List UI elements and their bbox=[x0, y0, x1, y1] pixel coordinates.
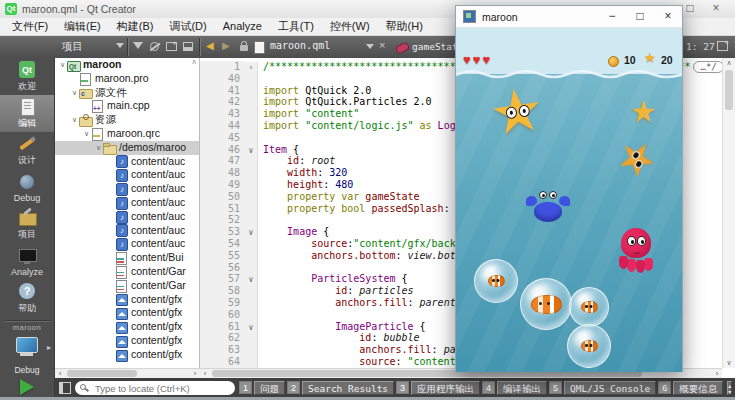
scroll-right-icon[interactable]: › bbox=[190, 369, 200, 378]
chevron-down-icon[interactable] bbox=[116, 43, 124, 48]
menu-item[interactable]: 编辑(E) bbox=[56, 18, 109, 35]
tree-row[interactable]: maroon.pro bbox=[55, 72, 199, 86]
tree-row[interactable]: content/auc bbox=[55, 224, 199, 238]
star-sprite[interactable] bbox=[630, 96, 657, 128]
lock-icon bbox=[240, 45, 248, 51]
tree-row[interactable]: ∨maroon bbox=[55, 58, 199, 72]
output-pane-spinner[interactable]: ▴▾ bbox=[727, 381, 732, 395]
tree-row[interactable]: content/gfx bbox=[55, 334, 199, 348]
scroll-thumb[interactable] bbox=[725, 70, 733, 110]
open-document-combo[interactable]: maroon.qml bbox=[270, 40, 330, 51]
tree-row[interactable]: ∨源文件 bbox=[55, 86, 199, 100]
line-number: 44 bbox=[200, 120, 245, 132]
filter-icon[interactable] bbox=[133, 42, 143, 49]
tree-row[interactable]: main.cpp bbox=[55, 99, 199, 113]
locator[interactable] bbox=[75, 381, 235, 395]
bubble[interactable] bbox=[474, 259, 518, 303]
tree-row[interactable]: content/auc bbox=[55, 155, 199, 169]
expander-icon[interactable]: ∨ bbox=[94, 141, 103, 155]
mode-help[interactable]: 帮助 bbox=[0, 280, 54, 317]
folded-block-placeholder[interactable]: …*/ bbox=[693, 61, 722, 73]
split-pane-icon[interactable] bbox=[166, 42, 177, 51]
bubble[interactable] bbox=[569, 287, 609, 327]
menu-item[interactable]: 帮助(H) bbox=[378, 18, 431, 35]
output-pane-button[interactable]: Search Results bbox=[302, 381, 394, 395]
game-minimize-button[interactable]: − bbox=[598, 6, 626, 27]
locator-input[interactable] bbox=[93, 381, 232, 397]
bubble[interactable] bbox=[567, 324, 611, 368]
tree-scrollbar[interactable]: ∧ bbox=[190, 58, 198, 368]
menu-item[interactable]: Analyze bbox=[215, 18, 270, 35]
menu-item[interactable]: 调试(D) bbox=[161, 18, 214, 35]
scroll-left-icon[interactable]: ‹ bbox=[55, 369, 65, 378]
close-button[interactable]: × bbox=[707, 1, 725, 16]
menu-item[interactable]: 工具(T) bbox=[270, 18, 322, 35]
split-editor-icon[interactable] bbox=[717, 41, 728, 51]
close-pane-icon[interactable] bbox=[183, 42, 193, 51]
menu-item[interactable]: 文件(F) bbox=[4, 18, 56, 35]
project-pane-combo[interactable]: 项目 bbox=[62, 40, 83, 54]
output-pane-button[interactable]: 编译输出 bbox=[497, 381, 547, 395]
maximize-button[interactable]: □ bbox=[681, 1, 699, 16]
navigate-forward-icon[interactable]: ▶ bbox=[222, 40, 230, 51]
toggle-sidebar-icon[interactable] bbox=[59, 382, 71, 394]
tree-row[interactable]: content/auc bbox=[55, 182, 199, 196]
menu-item[interactable]: 控件(W) bbox=[322, 18, 378, 35]
expander-icon[interactable]: ∨ bbox=[82, 127, 91, 141]
kit-selector-button[interactable]: ▸ bbox=[0, 334, 54, 364]
tree-row[interactable]: content/auc bbox=[55, 237, 199, 251]
tree-row[interactable]: ∨maroon.qrc bbox=[55, 127, 199, 141]
run-button[interactable] bbox=[0, 377, 54, 398]
octopus-sprite[interactable] bbox=[616, 228, 656, 276]
tree-row[interactable]: content/Gar bbox=[55, 279, 199, 293]
tree-row[interactable]: content/gfx bbox=[55, 348, 199, 362]
tree-row[interactable]: content/auc bbox=[55, 168, 199, 182]
navigate-back-icon[interactable]: ◀ bbox=[206, 40, 214, 51]
folderres-file-icon bbox=[79, 114, 92, 126]
tree-row[interactable]: ∨资源 bbox=[55, 113, 199, 127]
tree-row[interactable]: content/gfx bbox=[55, 306, 199, 320]
output-pane-button[interactable]: QML/JS Console bbox=[564, 381, 656, 395]
mode-design[interactable]: 设计 bbox=[0, 132, 54, 169]
chevron-down-icon[interactable] bbox=[366, 44, 374, 49]
editor-vscrollbar[interactable]: ∧ ∨ bbox=[722, 58, 735, 368]
expander-icon[interactable]: ∨ bbox=[70, 86, 79, 100]
mode-debugm[interactable]: Debug bbox=[0, 169, 54, 206]
mode-analyze[interactable]: Analyze bbox=[0, 243, 54, 280]
close-document-icon[interactable]: × bbox=[379, 39, 385, 51]
output-pane-button[interactable]: 问题 bbox=[254, 381, 285, 395]
sync-with-editor-icon[interactable] bbox=[150, 42, 159, 51]
scroll-left-icon[interactable]: ‹ bbox=[200, 369, 210, 378]
crab-sprite[interactable] bbox=[526, 188, 570, 226]
scroll-thumb[interactable] bbox=[67, 370, 137, 377]
tree-row[interactable]: content/Bui bbox=[55, 251, 199, 265]
mode-projects[interactable]: 项目 bbox=[0, 206, 54, 243]
line-number: 59 bbox=[200, 297, 245, 309]
mode-welcome[interactable]: 欢迎 bbox=[0, 58, 54, 95]
scroll-right-icon[interactable]: › bbox=[712, 369, 722, 378]
line-number: 46 bbox=[200, 144, 245, 156]
tree-row[interactable]: content/gfx bbox=[55, 293, 199, 307]
tree-row[interactable]: content/auc bbox=[55, 196, 199, 210]
mode-edit[interactable]: 编辑 bbox=[0, 95, 54, 132]
tree-row[interactable]: content/auc bbox=[55, 210, 199, 224]
token bbox=[263, 238, 311, 249]
bubble[interactable] bbox=[520, 278, 572, 330]
expander-icon[interactable]: ∨ bbox=[70, 113, 79, 127]
tree-row[interactable]: content/Gar bbox=[55, 265, 199, 279]
token: source bbox=[311, 238, 347, 249]
output-pane-button[interactable]: 概要信息 bbox=[673, 381, 723, 395]
tree-row[interactable]: content/gfx bbox=[55, 320, 199, 334]
scroll-up-icon[interactable]: ∧ bbox=[723, 59, 735, 67]
starfish-sprite[interactable] bbox=[480, 76, 555, 151]
expander-icon[interactable]: ∨ bbox=[58, 58, 67, 72]
tree-hscrollbar[interactable]: ‹ › bbox=[55, 368, 200, 378]
menu-item[interactable]: 构建(B) bbox=[109, 18, 162, 35]
game-maximize-button[interactable]: □ bbox=[626, 6, 654, 27]
game-titlebar[interactable]: maroon − □ × bbox=[456, 6, 682, 28]
game-canvas[interactable]: ♥♥♥ 10 ★ 20 bbox=[456, 28, 682, 372]
game-close-button[interactable]: × bbox=[654, 6, 682, 27]
output-pane-button[interactable]: 应用程序输出 bbox=[411, 381, 480, 395]
scroll-down-icon[interactable]: ∨ bbox=[723, 359, 735, 367]
tree-row[interactable]: ∨/demos/maroo bbox=[55, 141, 199, 155]
